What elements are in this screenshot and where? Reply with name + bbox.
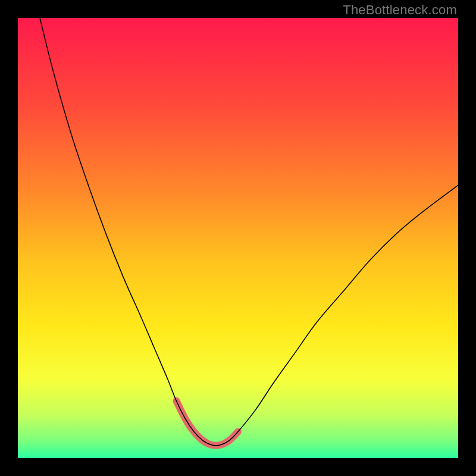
bottleneck-curve bbox=[40, 18, 458, 446]
trough-highlight bbox=[176, 401, 238, 446]
chart-frame: TheBottleneck.com bbox=[0, 0, 476, 476]
curve-layer bbox=[18, 18, 458, 458]
plot-area bbox=[18, 18, 458, 458]
watermark-text: TheBottleneck.com bbox=[343, 2, 457, 18]
